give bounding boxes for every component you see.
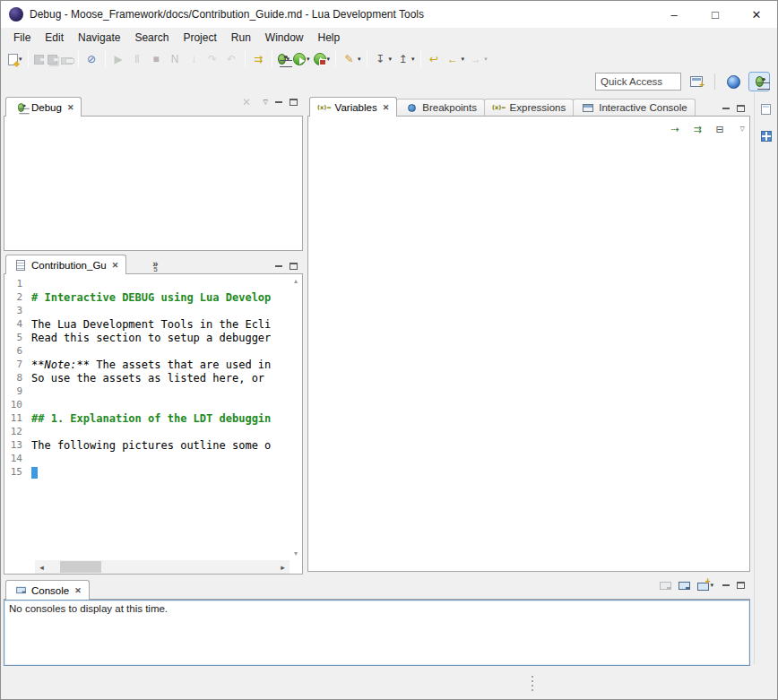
dropdown-arrow-icon[interactable]: ▾ <box>462 56 465 63</box>
scroll-up-icon[interactable]: ▴ <box>294 277 298 285</box>
minimize-window-button[interactable]: – <box>653 1 695 28</box>
close-tab-icon[interactable]: ✕ <box>67 103 74 112</box>
dropdown-arrow-icon[interactable]: ▾ <box>484 56 488 63</box>
next-annotation-button[interactable]: ↧▾ <box>371 49 394 69</box>
editor-line[interactable]: 7**Note:** The assets that are used in <box>4 359 290 372</box>
new-button[interactable]: ▾ <box>6 49 24 69</box>
maximize-view-button[interactable] <box>290 99 298 106</box>
editor-lines[interactable]: 12# Interactive DEBUG using Lua Develop3… <box>4 274 290 560</box>
maximize-view-button[interactable] <box>737 582 745 589</box>
save-all-icon <box>48 55 57 65</box>
menubar: FileEditNavigateSearchProjectRunWindowHe… <box>1 28 777 48</box>
trim-handle-dots[interactable] <box>532 676 533 678</box>
view-menu-icon[interactable]: ▽ <box>740 125 745 133</box>
maximize-view-button[interactable] <box>737 105 745 112</box>
editor-line[interactable]: 2# Interactive DEBUG using Lua Develop <box>4 291 290 305</box>
variables-view-content[interactable]: ⇢⇉⊟ ▽ <box>307 117 750 572</box>
menu-navigate[interactable]: Navigate <box>71 29 127 47</box>
editor-line[interactable]: 10 <box>4 399 290 412</box>
close-tab-icon[interactable]: ✕ <box>74 586 82 595</box>
dropdown-arrow-icon[interactable]: ▾ <box>411 56 415 63</box>
run-button[interactable]: ▾ <box>291 49 312 69</box>
tab-debug[interactable]: Debug ✕ <box>5 97 82 117</box>
view-menu-icon[interactable]: ▽ <box>264 99 268 106</box>
minimize-view-button[interactable] <box>722 584 730 586</box>
editor-tab-label: Contribution_Gu <box>31 260 107 271</box>
last-edit-location-button[interactable]: ↩ <box>425 49 444 69</box>
menu-window[interactable]: Window <box>258 29 311 47</box>
minimize-view-button[interactable] <box>722 108 730 109</box>
editor-tab-overflow[interactable]: » 5 <box>152 260 158 273</box>
minimize-view-button[interactable] <box>275 101 282 103</box>
skip-all-breakpoints-button[interactable]: ⊘ <box>82 49 101 69</box>
menu-run[interactable]: Run <box>224 29 258 47</box>
menu-file[interactable]: File <box>6 29 38 47</box>
scroll-down-icon[interactable]: ▾ <box>294 549 298 557</box>
tab-interactive-console[interactable]: Interactive Console <box>573 99 695 116</box>
collapse-all-button[interactable]: ⊟ <box>711 119 730 139</box>
dropdown-arrow-icon[interactable]: ▾ <box>358 56 361 63</box>
show-type-names-button[interactable]: ⇢ <box>666 119 685 139</box>
debug-button[interactable]: ▾ <box>276 49 292 69</box>
menu-project[interactable]: Project <box>176 29 223 47</box>
maximize-window-button[interactable]: □ <box>695 1 736 28</box>
restore-minimized-view-button[interactable] <box>757 101 775 117</box>
editor-line[interactable]: 1 <box>4 278 290 291</box>
external-tools-button[interactable]: ▾ <box>312 49 333 69</box>
debug-perspective-button[interactable] <box>748 72 770 91</box>
line-number: 9 <box>4 385 31 399</box>
console-content[interactable]: No consoles to display at this time. <box>4 600 750 666</box>
open-perspective-button[interactable] <box>686 72 707 91</box>
close-tab-icon[interactable]: ✕ <box>112 261 119 270</box>
dropdown-arrow-icon[interactable]: ▾ <box>327 56 331 63</box>
scrollbar-track[interactable] <box>48 560 276 574</box>
close-window-button[interactable]: ✕ <box>736 1 777 28</box>
maximize-view-button[interactable] <box>290 263 298 270</box>
editor-line[interactable]: 13The following pictures outline some o <box>4 439 290 453</box>
editor-line[interactable]: 4The Lua Development Tools in the Ecli <box>4 318 290 332</box>
dropdown-arrow-icon[interactable]: ▾ <box>307 56 310 63</box>
dropdown-arrow-icon[interactable]: ▾ <box>389 56 393 63</box>
editor-line[interactable]: 8So use the assets as listed here, or <box>4 372 290 385</box>
editor-line[interactable]: 9 <box>4 385 290 399</box>
lua-perspective-button[interactable] <box>722 72 744 91</box>
show-logical-structure-button[interactable]: ⇉ <box>688 119 707 139</box>
editor-line[interactable]: 15 <box>4 466 290 480</box>
debug-view-content[interactable] <box>4 117 303 251</box>
line-number: 7 <box>4 359 31 372</box>
scrollbar-thumb[interactable] <box>60 561 101 573</box>
close-tab-icon[interactable]: ✕ <box>383 103 390 112</box>
menu-help[interactable]: Help <box>311 29 348 47</box>
editor-line[interactable]: 5Read this section to setup a debugger <box>4 332 290 345</box>
tab-console[interactable]: Console ✕ <box>5 580 90 600</box>
editor-line[interactable]: 11## 1. Explanation of the LDT debuggin <box>4 412 290 426</box>
scroll-right-icon[interactable]: ▸ <box>276 563 290 572</box>
menu-edit[interactable]: Edit <box>38 29 71 47</box>
editor-line[interactable]: 14 <box>4 453 290 466</box>
restore-minimized-grid-button[interactable] <box>757 128 775 144</box>
editor-tab-contribution-guide[interactable]: Contribution_Gu ✕ <box>5 255 126 274</box>
back-button[interactable]: ←▾ <box>444 49 467 69</box>
tab-variables[interactable]: (x)= Variables ✕ <box>309 97 397 117</box>
new-task-button[interactable]: ✎▾ <box>340 49 363 69</box>
open-console-button[interactable]: ▾ <box>696 575 715 595</box>
display-selected-console-button[interactable] <box>677 575 692 595</box>
previous-annotation-button[interactable]: ↥▾ <box>393 49 417 69</box>
tab-expressions[interactable]: (x)= Expressions <box>484 99 574 116</box>
menu-search[interactable]: Search <box>127 29 176 47</box>
horizontal-scrollbar[interactable]: ◂ ▸ <box>35 560 290 574</box>
minimize-view-button[interactable] <box>275 265 282 267</box>
vertical-scrollbar[interactable]: ▴ ▾ <box>290 274 302 560</box>
clear-console-icon <box>660 582 671 590</box>
tab-breakpoints[interactable]: Breakpoints <box>396 99 485 116</box>
editor-line[interactable]: 12 <box>4 426 290 439</box>
scroll-left-icon[interactable]: ◂ <box>35 563 48 572</box>
editor-line[interactable]: 6 <box>4 345 290 359</box>
editor-content[interactable]: 12# Interactive DEBUG using Lua Develop3… <box>4 274 303 575</box>
use-step-filters-button[interactable]: ⇉ <box>249 49 268 69</box>
titlebar[interactable]: Debug - Moose_Framework/docs/Contributio… <box>1 1 777 28</box>
dropdown-arrow-icon[interactable]: ▾ <box>710 582 713 589</box>
quick-access-box[interactable]: Quick Access <box>595 73 681 91</box>
editor-line[interactable]: 3 <box>4 305 290 318</box>
dropdown-arrow-icon[interactable]: ▾ <box>19 56 22 63</box>
